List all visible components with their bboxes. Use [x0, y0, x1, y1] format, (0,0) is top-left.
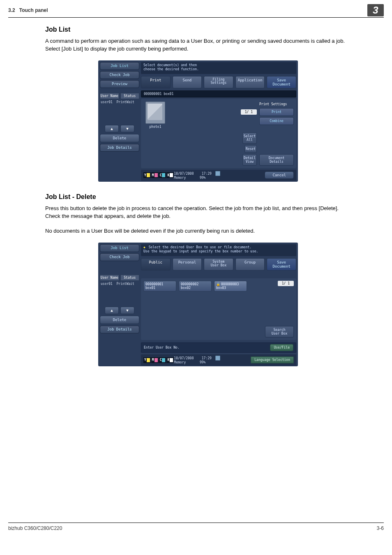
toner-indicators: Y M C K	[143, 357, 174, 363]
combine-button[interactable]: Combine	[259, 117, 294, 125]
body-text-2: Press this button to delete the job in p…	[45, 205, 351, 220]
col-user: User Name	[100, 93, 119, 99]
row-status: PrintWait	[117, 100, 134, 104]
page-footer: bizhub C360/C280/C220 3-6	[8, 523, 384, 539]
tab-send[interactable]: Send	[173, 76, 202, 88]
status-meta: 10/07/2008 17:29 Memory 99%	[174, 171, 220, 180]
toner-indicators: Y M C K	[143, 172, 174, 178]
toner-m-icon: M	[151, 357, 159, 363]
status-meta: 10/07/2008 17:29 Memory 99%	[174, 356, 220, 364]
body-text-1: A command to perform an operation such a…	[45, 37, 351, 53]
delete-button[interactable]: Delete	[100, 134, 139, 142]
cancel-button[interactable]: Cancel	[265, 171, 294, 179]
tab-preview[interactable]: Preview	[100, 80, 139, 88]
row-status: PrintWait	[117, 282, 134, 286]
print-button[interactable]: Print	[259, 108, 294, 116]
scroll-down-button[interactable]: ▼	[120, 307, 134, 314]
touch-panel-screenshot-1: Job List Check Job Preview User Name Sta…	[98, 60, 298, 182]
joblist-row[interactable]: user01 PrintWait	[100, 281, 139, 287]
joblist-row[interactable]: user01 PrintWait	[100, 99, 139, 105]
tab-job-list[interactable]: Job List	[100, 244, 139, 252]
user-box-card[interactable]: 000000001 box01	[143, 281, 176, 291]
section-number: 3.2	[8, 7, 15, 13]
heading-job-list: Job List	[45, 26, 351, 33]
page-header: 3.2 Touch panel 3	[8, 0, 384, 18]
chapter-badge: 3	[367, 4, 384, 16]
toner-m-icon: M	[151, 172, 159, 178]
tab-save-document[interactable]: Save Document	[267, 258, 296, 271]
footer-model: bizhub C360/C280/C220	[8, 525, 62, 531]
tab-check-job[interactable]: Check Job	[100, 253, 139, 261]
scroll-down-button[interactable]: ▼	[120, 125, 134, 132]
job-details-button[interactable]: Job Details	[100, 144, 139, 152]
toner-k-icon: K	[166, 357, 174, 363]
tab-check-job[interactable]: Check Job	[100, 71, 139, 79]
tab-job-list[interactable]: Job List	[100, 62, 139, 70]
use-file-button[interactable]: Use/File	[270, 344, 293, 351]
info-icon: ◆	[143, 245, 145, 249]
toner-y-icon: Y	[143, 172, 151, 178]
document-details-button[interactable]: Document Details	[259, 154, 294, 166]
status-icon	[215, 171, 220, 176]
tab-public[interactable]: Public	[141, 258, 171, 271]
enter-box-label[interactable]: Enter User Box No.	[144, 346, 180, 349]
tab-print[interactable]: Print	[141, 76, 171, 88]
toner-c-icon: C	[159, 172, 166, 178]
instruction-text: Select document(s) and then choose the d…	[141, 62, 296, 74]
touch-panel-screenshot-2: Job List Check Job User Name Status user…	[98, 243, 298, 366]
col-status: Status	[120, 275, 140, 281]
heading-job-list-delete: Job List - Delete	[45, 193, 351, 201]
print-settings-label: Print Settings	[259, 102, 294, 107]
select-all-button[interactable]: Select All	[242, 132, 257, 144]
tab-application[interactable]: Application	[235, 76, 265, 88]
tab-personal[interactable]: Personal	[173, 258, 202, 271]
user-box-card[interactable]: 🔒000000003 box03	[214, 281, 247, 291]
joblist-header: User Name Status	[100, 93, 139, 99]
lock-icon: 🔒	[216, 282, 220, 286]
document-thumbnail[interactable]	[145, 102, 165, 124]
tab-system-user-box[interactable]: System User Box	[204, 258, 233, 271]
instruction-text: ◆ Select the desired User Box to use or …	[141, 244, 296, 256]
tab-save-document[interactable]: Save Document	[267, 76, 296, 88]
user-box-card[interactable]: 000000002 box02	[179, 281, 212, 291]
delete-button[interactable]: Delete	[100, 316, 139, 324]
toner-y-icon: Y	[143, 357, 151, 363]
search-user-box-button[interactable]: Search User Box	[265, 326, 294, 338]
reset-button[interactable]: Reset	[244, 145, 257, 153]
language-selection-button[interactable]: Language Selection	[251, 356, 294, 363]
tab-filing-settings[interactable]: Filing Settings	[204, 76, 233, 88]
row-user: user01	[101, 282, 113, 286]
toner-c-icon: C	[159, 357, 166, 363]
scroll-up-button[interactable]: ▲	[105, 307, 119, 314]
breadcrumb: 000000001 box01	[141, 90, 296, 97]
scroll-up-button[interactable]: ▲	[105, 125, 119, 132]
status-icon	[215, 356, 220, 361]
job-details-button[interactable]: Job Details	[100, 326, 139, 333]
tab-group[interactable]: Group	[235, 258, 265, 271]
joblist-header: User Name Status	[100, 275, 139, 281]
pager: 1/ 1	[241, 109, 257, 115]
row-user: user01	[101, 100, 113, 104]
section-title: Touch panel	[19, 7, 48, 13]
col-user: User Name	[100, 275, 119, 281]
body-text-3: No documents in a User Box will be delet…	[45, 227, 351, 235]
pager: 1/ 1	[278, 281, 294, 286]
footer-page: 3-6	[377, 525, 384, 531]
toner-k-icon: K	[166, 172, 174, 178]
col-status: Status	[120, 93, 140, 99]
detail-view-button[interactable]: Detail View	[242, 154, 257, 166]
running-head: 3.2 Touch panel	[8, 7, 48, 13]
thumbnail-label: photo1	[150, 125, 161, 129]
